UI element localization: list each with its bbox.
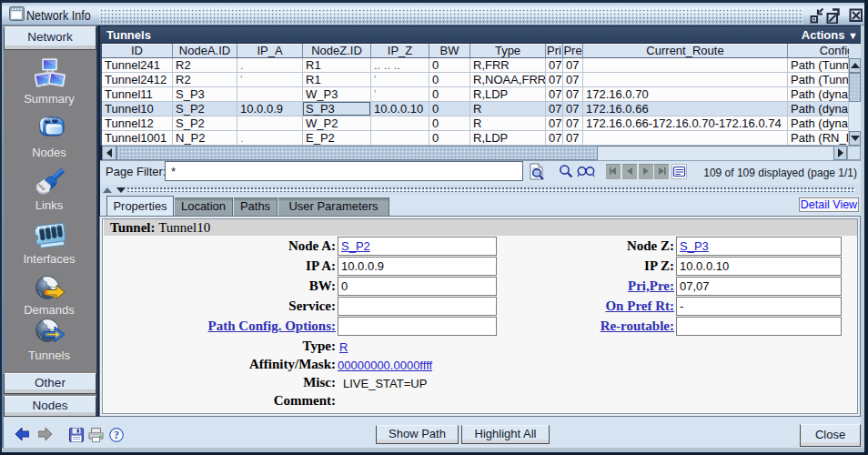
svg-text:?: ?: [114, 429, 119, 441]
